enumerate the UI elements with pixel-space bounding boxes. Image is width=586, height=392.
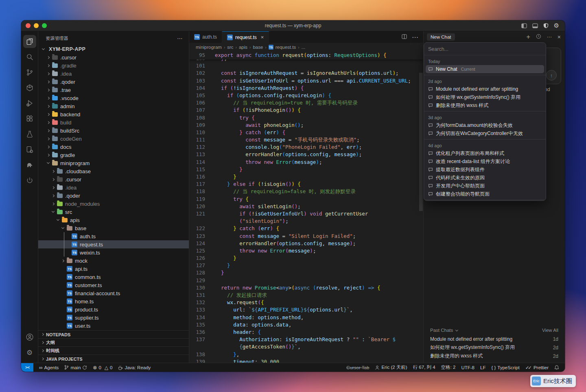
code-line[interactable]: 115 } — [189, 166, 423, 173]
source-control-icon[interactable] — [23, 65, 37, 80]
code-line[interactable]: 118 // 当 requireLogin=false 时, 则发起静默登录 — [189, 188, 423, 195]
search-icon[interactable] — [23, 49, 37, 65]
tree-folder-src[interactable]: src — [38, 208, 189, 216]
code-line[interactable]: 128 } — [189, 269, 423, 277]
account-icon[interactable] — [23, 329, 37, 345]
chat-history-item[interactable]: 提取最近数据列表组件 — [424, 166, 546, 174]
code-line[interactable]: 112 console.log("PhoneLogin Failed", err… — [189, 144, 423, 151]
tree-folder-.qoder[interactable]: .qoder — [38, 78, 189, 86]
code-line[interactable]: 135 data: options.data, — [189, 321, 423, 329]
encoding-status[interactable]: UTF-8 — [461, 365, 474, 370]
section-大纲[interactable]: 大纲 — [38, 338, 189, 346]
section-JAVA PROJECTS[interactable]: JAVA PROJECTS — [38, 355, 189, 363]
breadcrumb-item[interactable]: request.ts — [276, 45, 296, 50]
tree-file-customer.ts[interactable]: TScustomer.ts — [38, 281, 189, 289]
elephant-icon[interactable] — [23, 157, 37, 173]
tree-folder-mock[interactable]: mock — [38, 257, 189, 265]
code-line[interactable]: {getAccessToken()}`, — [189, 343, 423, 351]
extensions-icon[interactable] — [23, 111, 37, 126]
section-时间线[interactable]: 时间线 — [38, 346, 189, 355]
past-chat-item[interactable]: 删除未使用的 wxss 样式2d — [430, 352, 558, 360]
tree-folder-codeGen[interactable]: codeGen — [38, 135, 189, 143]
cube-icon[interactable] — [23, 80, 37, 96]
file-gear-icon[interactable] — [23, 142, 37, 157]
eol-status[interactable]: LF — [480, 365, 485, 370]
code-line[interactable]: 108 try { — [189, 114, 423, 122]
past-chat-item[interactable]: Module not defined error after splitting… — [430, 335, 558, 343]
tree-file-common.ts[interactable]: TScommon.ts — [38, 273, 189, 281]
code-line[interactable]: 103 const isGetUserInfoUrl = options.url… — [189, 77, 423, 85]
chat-history-item[interactable]: 删除未使用的 wxss 样式 — [424, 101, 546, 109]
code-line[interactable]: 119 try { — [189, 196, 423, 203]
tab-auth-ts[interactable]: TS auth.ts — [189, 31, 222, 43]
tree-folder-docs[interactable]: docs — [38, 143, 189, 151]
zoom-window-button[interactable] — [42, 23, 47, 28]
tree-file-product.ts[interactable]: TSproduct.ts — [38, 305, 189, 314]
code-line[interactable]: 123 const message = "Silent Login Failed… — [189, 233, 423, 240]
tree-folder-buildSrc[interactable]: buildSrc — [38, 126, 189, 135]
new-chat-icon[interactable]: + — [526, 33, 530, 41]
code-line[interactable]: 105 if (options.config.requireLogin) { — [189, 92, 423, 99]
tree-file-auth.ts[interactable]: TSauth.ts — [38, 232, 189, 240]
history-icon[interactable] — [536, 34, 541, 40]
tree-folder-miniprogram[interactable]: miniprogram — [38, 159, 189, 167]
breadcrumb-item[interactable]: miniprogram — [196, 45, 222, 50]
chat-history-item[interactable]: 为何切面在WxCategoryController中无效 — [424, 129, 546, 137]
tab-request-ts[interactable]: TS request.ts × — [222, 31, 269, 43]
chat-history-item[interactable]: 为何formData.amount的校验会失效 — [424, 121, 546, 129]
code-line[interactable]: 114 throw new Error(message); — [189, 159, 423, 166]
tree-folder-.idea[interactable]: .idea — [38, 183, 189, 192]
agents-status[interactable]: ∞Agents — [39, 365, 59, 370]
code-line[interactable]: 104 if (!isIgnoreAuthRequest) { — [189, 85, 423, 92]
past-chat-item[interactable]: 如何处理 wx.getSystemInfoSync() 弃用2d — [430, 343, 558, 352]
tree-folder-.cursor[interactable]: .cursor — [38, 175, 189, 183]
language-status[interactable]: { }TypeScript — [491, 365, 519, 370]
code-line[interactable]: 129 — [189, 277, 423, 284]
chat-history-item[interactable]: 创建整合功能的导航页面 — [424, 190, 546, 198]
view-all-link[interactable]: View All — [542, 328, 558, 333]
tree-folder-base[interactable]: base — [38, 224, 189, 232]
line-col-status[interactable]: 行 67, 列 4 — [413, 364, 435, 370]
chat-history-item[interactable]: 开发用户中心帮助页面 — [424, 182, 546, 190]
editor-more-icon[interactable]: ⋯ — [412, 33, 418, 41]
code-line[interactable]: 120 await silentLogin(); — [189, 203, 423, 210]
tree-folder-.cloudbase[interactable]: .cloudbase — [38, 167, 189, 175]
indent-status[interactable]: 空格: 2 — [441, 364, 456, 370]
tree-folder-admin[interactable]: admin — [38, 102, 189, 110]
tree-root[interactable]: XYM-ERP-APP — [38, 45, 189, 53]
java-status[interactable]: Java: Ready — [118, 365, 151, 370]
tree-file-supplier.ts[interactable]: TSsupplier.ts — [38, 314, 189, 322]
notifications-bell-icon[interactable] — [554, 365, 559, 370]
split-editor-icon[interactable] — [402, 33, 407, 41]
tree-folder-.vscode[interactable]: .vscode — [38, 94, 189, 102]
sticky-scroll-line[interactable]: 95export async function request(options:… — [189, 52, 423, 59]
chat-search-input[interactable]: Search... — [424, 43, 546, 55]
tree-file-user.ts[interactable]: TSuser.ts — [38, 322, 189, 330]
code-line[interactable]: 134 method: options.method, — [189, 314, 423, 321]
tree-folder-.gradle[interactable]: .gradle — [38, 61, 189, 70]
tree-folder-.qoder[interactable]: .qoder — [38, 192, 189, 200]
tree-folder-gradle[interactable]: gradle — [38, 151, 189, 159]
code-line[interactable]: 130 return new Promise<any>(async (resol… — [189, 284, 423, 292]
minimize-window-button[interactable] — [34, 23, 39, 28]
section-NOTEPADS[interactable]: NOTEPADS — [38, 330, 189, 338]
code-line[interactable]: 139 timeout: 30_000, — [189, 358, 423, 363]
tree-folder-backend[interactable]: backend — [38, 110, 189, 118]
problems-status[interactable]: ⊗0 △0 — [93, 365, 112, 370]
code-line[interactable]: 124 errorHandler(options.config, message… — [189, 240, 423, 247]
chat-history-item[interactable]: 优化租户列表页面的布局和样式 — [424, 149, 546, 157]
chat-history-item[interactable]: Module not defined error after splitting — [424, 85, 546, 93]
explorer-more-icon[interactable]: ⋯ — [177, 35, 183, 41]
tree-folder-apis[interactable]: apis — [38, 216, 189, 224]
breadcrumb-item[interactable]: base — [253, 45, 263, 50]
code-line[interactable]: 133 url: `${API_PREFIX_URL}${options.url… — [189, 306, 423, 314]
close-tab-icon[interactable]: × — [261, 34, 264, 40]
code-line[interactable]: 102 const isIgnoreAuthRequest = isIgnore… — [189, 70, 423, 77]
tree-file-home.ts[interactable]: TShome.ts — [38, 297, 189, 305]
debug-icon[interactable] — [23, 96, 37, 111]
git-branch-status[interactable]: main — [64, 365, 87, 370]
breadcrumb-item[interactable]: src — [227, 45, 233, 50]
tree-folder-build[interactable]: build — [38, 118, 189, 126]
tree-folder-.trae[interactable]: .trae — [38, 86, 189, 94]
beaker-icon[interactable] — [23, 126, 37, 142]
